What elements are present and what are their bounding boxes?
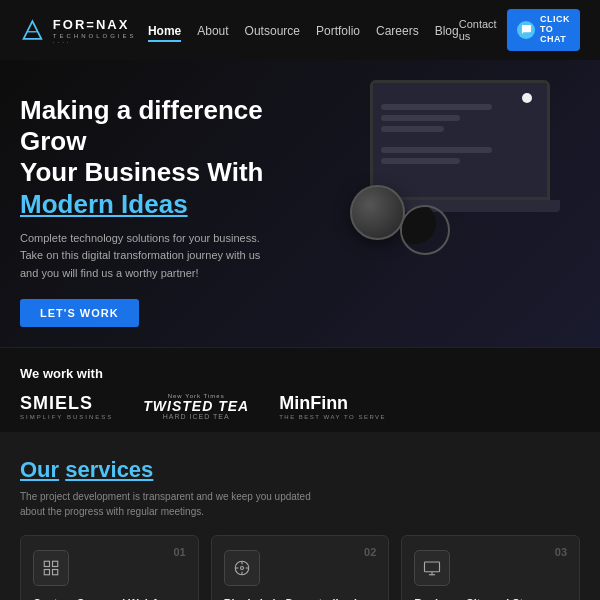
svg-marker-0 bbox=[24, 21, 42, 39]
nav-about[interactable]: About bbox=[197, 24, 228, 38]
smiels-name: SMIELS bbox=[20, 393, 93, 414]
card-title-1: Custom Saas and WebApps Development bbox=[33, 596, 186, 600]
twistedtea-logo: New York Times TWISTED TEA HARD ICED TEA bbox=[143, 393, 249, 420]
services-title: Our services bbox=[20, 457, 580, 483]
chat-button[interactable]: CLICKTOCHAT bbox=[507, 9, 580, 51]
screen-line-2 bbox=[381, 115, 460, 121]
chat-icon bbox=[517, 21, 535, 39]
minfinn-logo: MinFinn THE BEST WAY TO SERVE bbox=[279, 393, 386, 420]
logo: FOR=NAX TECHNOLOGIES ···· bbox=[20, 15, 148, 45]
chat-label: CLICKTOCHAT bbox=[540, 15, 570, 45]
circle-dots-icon bbox=[233, 559, 251, 577]
service-card-2: 02 Blockchain Decentralized Apps and bbox=[211, 535, 390, 600]
hero-title-line2: Your Business With bbox=[20, 157, 263, 187]
hero-text: Making a difference Grow Your Business W… bbox=[20, 90, 280, 327]
twistedtea-name: TWISTED TEA bbox=[143, 399, 249, 413]
svg-rect-2 bbox=[44, 561, 49, 566]
card-icon-2 bbox=[224, 550, 260, 586]
card-number-3: 03 bbox=[555, 546, 567, 558]
minfinn-name: MinFinn bbox=[279, 393, 348, 414]
minfinn-sub: THE BEST WAY TO SERVE bbox=[279, 414, 386, 420]
crescent-inner bbox=[400, 205, 436, 244]
screen-line-1 bbox=[381, 104, 492, 110]
card-icon-1 bbox=[33, 550, 69, 586]
nav-outsource[interactable]: Outsource bbox=[245, 24, 300, 38]
service-card-1: 01 Custom Saas and WebApps Development bbox=[20, 535, 199, 600]
laptop-screen bbox=[370, 80, 550, 200]
screen-line-3 bbox=[381, 126, 444, 132]
hero-title: Making a difference Grow Your Business W… bbox=[20, 95, 280, 220]
hero-section: Making a difference Grow Your Business W… bbox=[0, 60, 600, 347]
services-title-accent: services bbox=[65, 457, 153, 482]
twistedtea-sub: HARD ICED TEA bbox=[163, 413, 230, 420]
partners-logos: SMIELS SIMPLIFY BUSINESS New York Times … bbox=[20, 393, 580, 420]
card-number-1: 01 bbox=[173, 546, 185, 558]
nav-right: Contact us CLICKTOCHAT bbox=[459, 9, 580, 51]
services-header: Our services The project development is … bbox=[20, 457, 580, 519]
screen-line-5 bbox=[381, 158, 460, 164]
services-description: The project development is transparent a… bbox=[20, 489, 320, 519]
svg-rect-5 bbox=[53, 569, 58, 574]
partners-section: We work with SMIELS SIMPLIFY BUSINESS Ne… bbox=[0, 347, 600, 432]
globe-decoration bbox=[350, 185, 405, 240]
smiels-sub: SIMPLIFY BUSINESS bbox=[20, 414, 113, 420]
partners-label: We work with bbox=[20, 366, 580, 381]
smiels-logo: SMIELS SIMPLIFY BUSINESS bbox=[20, 393, 113, 420]
services-title-plain: Our bbox=[20, 457, 59, 482]
nav-careers[interactable]: Careers bbox=[376, 24, 419, 38]
hero-title-line1: Making a difference Grow bbox=[20, 95, 263, 156]
navbar: FOR=NAX TECHNOLOGIES ···· Home About Out… bbox=[0, 0, 600, 60]
nav-home[interactable]: Home bbox=[148, 24, 181, 42]
hero-visual bbox=[360, 80, 580, 260]
service-card-3: 03 Business Site and Store Development bbox=[401, 535, 580, 600]
logo-sub: TECHNOLOGIES ···· bbox=[53, 33, 148, 45]
svg-rect-3 bbox=[53, 561, 58, 566]
services-cards: 01 Custom Saas and WebApps Development 0… bbox=[20, 535, 580, 600]
monitor-icon bbox=[423, 559, 441, 577]
lets-work-button[interactable]: LET'S WORK bbox=[20, 299, 139, 327]
card-title-2: Blockchain Decentralized Apps and bbox=[224, 596, 377, 600]
screen-dot bbox=[522, 93, 532, 103]
logo-icon bbox=[20, 16, 45, 44]
card-number-2: 02 bbox=[364, 546, 376, 558]
svg-rect-12 bbox=[425, 562, 440, 572]
contact-link[interactable]: Contact us bbox=[459, 18, 497, 42]
screen-line-4 bbox=[381, 147, 492, 153]
grid-icon bbox=[42, 559, 60, 577]
logo-text: FOR=NAX bbox=[53, 17, 129, 32]
svg-point-7 bbox=[240, 566, 243, 569]
hero-title-accent: Modern Ideas bbox=[20, 189, 188, 219]
services-section: Our services The project development is … bbox=[0, 432, 600, 600]
nav-portfolio[interactable]: Portfolio bbox=[316, 24, 360, 38]
card-title-3: Business Site and Store Development bbox=[414, 596, 567, 600]
svg-rect-4 bbox=[44, 569, 49, 574]
card-icon-3 bbox=[414, 550, 450, 586]
crescent-decoration bbox=[400, 205, 450, 255]
nav-blog[interactable]: Blog bbox=[435, 24, 459, 38]
hero-description: Complete technology solutions for your b… bbox=[20, 230, 280, 283]
nav-links: Home About Outsource Portfolio Careers B… bbox=[148, 21, 459, 39]
